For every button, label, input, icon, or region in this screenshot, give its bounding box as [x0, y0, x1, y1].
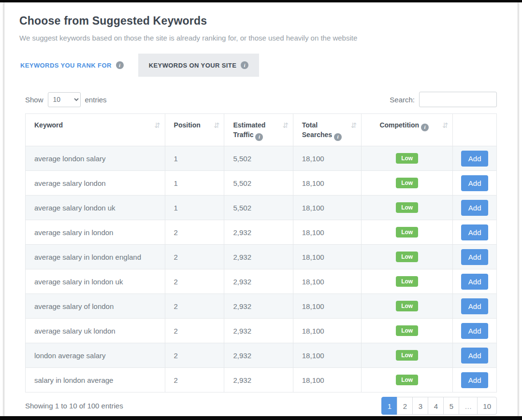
- table-row: average salary in london england 2 2,932…: [26, 245, 497, 269]
- competition-cell: Low: [362, 294, 453, 319]
- page-button-10[interactable]: 10: [477, 397, 497, 415]
- show-label: Show: [25, 96, 44, 104]
- info-icon[interactable]: i: [241, 61, 248, 69]
- info-icon[interactable]: i: [255, 133, 263, 141]
- competition-badge: Low: [396, 276, 418, 287]
- table-row: average salary in london uk 2 2,932 18,1…: [26, 269, 497, 294]
- tab-label: KEYWORDS YOU RANK FOR: [20, 62, 112, 69]
- add-button[interactable]: Add: [461, 274, 489, 290]
- page-button-1[interactable]: 1: [381, 397, 397, 415]
- add-button[interactable]: Add: [461, 224, 489, 240]
- column-header-competition[interactable]: Competitioni ⇵: [362, 114, 453, 146]
- column-header-total-searches[interactable]: Total Searchesi ⇵: [293, 114, 361, 146]
- action-cell: Add: [453, 245, 497, 269]
- add-button[interactable]: Add: [461, 175, 489, 191]
- column-label: Total Searches: [302, 121, 332, 139]
- position-cell: 1: [165, 146, 224, 171]
- info-icon[interactable]: i: [334, 133, 342, 141]
- search-label: Search:: [390, 96, 415, 104]
- competition-cell: Low: [362, 196, 453, 220]
- page-button-5[interactable]: 5: [443, 397, 459, 415]
- info-icon[interactable]: i: [116, 61, 124, 69]
- table-controls: Show 10 entries Search:: [25, 92, 497, 107]
- traffic-cell: 2,932: [224, 294, 293, 319]
- add-button[interactable]: Add: [461, 323, 489, 339]
- sort-icon[interactable]: ⇵: [214, 120, 220, 131]
- competition-cell: Low: [362, 343, 453, 368]
- action-cell: Add: [453, 319, 497, 343]
- action-cell: Add: [453, 343, 497, 368]
- add-button[interactable]: Add: [461, 298, 489, 314]
- traffic-cell: 2,932: [224, 368, 293, 392]
- add-button[interactable]: Add: [461, 372, 489, 388]
- search-input[interactable]: [419, 92, 497, 107]
- action-cell: Add: [453, 171, 497, 196]
- page-ellipsis: …: [459, 397, 478, 415]
- column-header-estimated-traffic[interactable]: Estimated Traffici ⇵: [224, 114, 293, 146]
- searches-cell: 18,100: [293, 294, 361, 319]
- keyword-cell: salary in london average: [26, 368, 165, 392]
- sort-icon[interactable]: ⇵: [442, 120, 449, 131]
- traffic-cell: 2,932: [224, 220, 293, 245]
- column-header-keyword[interactable]: Keyword ⇵: [26, 114, 165, 146]
- table-row: average salary of london 2 2,932 18,100 …: [26, 294, 497, 319]
- position-cell: 2: [165, 245, 224, 269]
- keyword-cell: average salary uk london: [26, 319, 165, 343]
- competition-cell: Low: [362, 368, 453, 392]
- column-header-position[interactable]: Position ⇵: [165, 114, 224, 146]
- competition-badge: Low: [396, 325, 418, 336]
- table-row: london average salary 2 2,932 18,100 Low…: [26, 343, 497, 368]
- searches-cell: 18,100: [293, 368, 361, 392]
- searches-cell: 18,100: [293, 146, 361, 171]
- bottom-edge: [0, 416, 522, 420]
- traffic-cell: 5,502: [224, 196, 293, 220]
- add-button[interactable]: Add: [461, 151, 489, 167]
- page-button-4[interactable]: 4: [428, 397, 444, 415]
- table-header-row: Keyword ⇵ Position ⇵ Estimated Traffici …: [26, 114, 497, 146]
- action-cell: Add: [453, 368, 497, 392]
- column-label: Keyword: [34, 121, 63, 129]
- traffic-cell: 2,932: [224, 245, 293, 269]
- table-row: average london salary 1 5,502 18,100 Low…: [26, 146, 497, 171]
- competition-cell: Low: [362, 269, 453, 294]
- column-header-actions: [453, 114, 497, 146]
- keyword-cell: average salary london uk: [26, 196, 165, 220]
- traffic-cell: 2,932: [224, 343, 293, 368]
- table-row: average salary uk london 2 2,932 18,100 …: [26, 319, 497, 343]
- suggested-keywords-panel: Choose from Suggested Keywords We sugges…: [4, 2, 518, 416]
- page-size-select[interactable]: 10: [48, 92, 81, 107]
- table-row: average salary in london 2 2,932 18,100 …: [26, 220, 497, 245]
- sort-icon[interactable]: ⇵: [154, 120, 160, 131]
- competition-cell: Low: [362, 245, 453, 269]
- add-button[interactable]: Add: [461, 200, 489, 216]
- competition-cell: Low: [362, 220, 453, 245]
- page-button-3[interactable]: 3: [412, 397, 428, 415]
- sort-icon[interactable]: ⇵: [351, 120, 357, 131]
- add-button[interactable]: Add: [461, 249, 489, 265]
- traffic-cell: 5,502: [224, 146, 293, 171]
- tab-keywords-on-your-site[interactable]: KEYWORDS ON YOUR SITE i: [138, 54, 260, 77]
- keyword-cell: average salary in london england: [26, 245, 165, 269]
- search-control: Search:: [390, 92, 497, 107]
- keyword-cell: average salary of london: [26, 294, 165, 319]
- entries-label: entries: [85, 96, 107, 104]
- traffic-cell: 5,502: [224, 171, 293, 196]
- tab-bar: KEYWORDS YOU RANK FOR i KEYWORDS ON YOUR…: [19, 54, 503, 77]
- sort-icon[interactable]: ⇵: [282, 120, 289, 131]
- searches-cell: 18,100: [293, 245, 361, 269]
- page-button-2[interactable]: 2: [397, 397, 413, 415]
- action-cell: Add: [453, 220, 497, 245]
- table-row: average salary london 1 5,502 18,100 Low…: [26, 171, 497, 196]
- add-button[interactable]: Add: [461, 348, 489, 364]
- position-cell: 2: [165, 343, 224, 368]
- competition-badge: Low: [396, 227, 418, 238]
- tab-keywords-you-rank-for[interactable]: KEYWORDS YOU RANK FOR i: [19, 54, 138, 77]
- competition-badge: Low: [396, 153, 418, 164]
- page-subtitle: We suggest keywords based on those the s…: [19, 34, 503, 42]
- position-cell: 1: [165, 171, 224, 196]
- searches-cell: 18,100: [293, 319, 361, 343]
- tab-label: KEYWORDS ON YOUR SITE: [149, 62, 237, 69]
- column-label: Position: [174, 121, 201, 129]
- info-icon[interactable]: i: [421, 124, 429, 131]
- keyword-cell: average salary london: [26, 171, 165, 196]
